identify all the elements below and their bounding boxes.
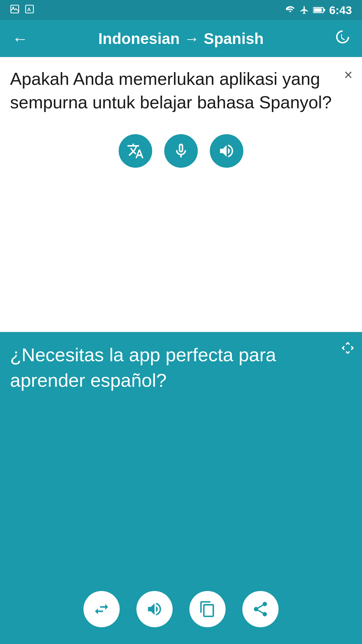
- translation-panel: ¿Necesitas la app perfecta para aprender…: [0, 332, 362, 644]
- source-text: Apakah Anda memerlukan aplikasi yang sem…: [10, 67, 352, 114]
- copy-button[interactable]: [189, 591, 226, 627]
- image-icon: [10, 4, 19, 16]
- share-button[interactable]: [242, 591, 279, 627]
- bottom-actions: [0, 581, 362, 644]
- text-icon: A: [25, 4, 34, 16]
- close-button[interactable]: ×: [344, 66, 353, 83]
- source-panel: Apakah Anda memerlukan aplikasi yang sem…: [0, 57, 362, 332]
- status-bar-right: 6:43: [285, 4, 352, 17]
- airplane-icon: [300, 5, 309, 15]
- translation-text: ¿Necesitas la app perfecta para aprender…: [10, 342, 352, 393]
- status-bar-left: A: [10, 4, 34, 16]
- source-actions: [10, 127, 352, 168]
- time-display: 6:43: [329, 4, 352, 17]
- main-content: Apakah Anda memerlukan aplikasi yang sem…: [0, 57, 362, 644]
- microphone-button[interactable]: [164, 134, 198, 168]
- app-bar: ← Indonesian → Spanish: [0, 20, 362, 57]
- svg-rect-5: [314, 8, 322, 12]
- translate-button[interactable]: [119, 134, 152, 168]
- svg-rect-6: [323, 9, 325, 11]
- wifi-icon: [285, 5, 296, 15]
- status-bar: A 6:43: [0, 0, 362, 20]
- history-button[interactable]: [332, 28, 352, 49]
- swap-button[interactable]: [83, 591, 120, 627]
- translation-speaker-button[interactable]: [136, 591, 173, 627]
- source-speaker-button[interactable]: [210, 134, 243, 168]
- back-button[interactable]: ←: [10, 30, 30, 48]
- battery-icon: [313, 5, 325, 15]
- svg-text:A: A: [27, 6, 31, 12]
- app-title: Indonesian → Spanish: [30, 30, 332, 48]
